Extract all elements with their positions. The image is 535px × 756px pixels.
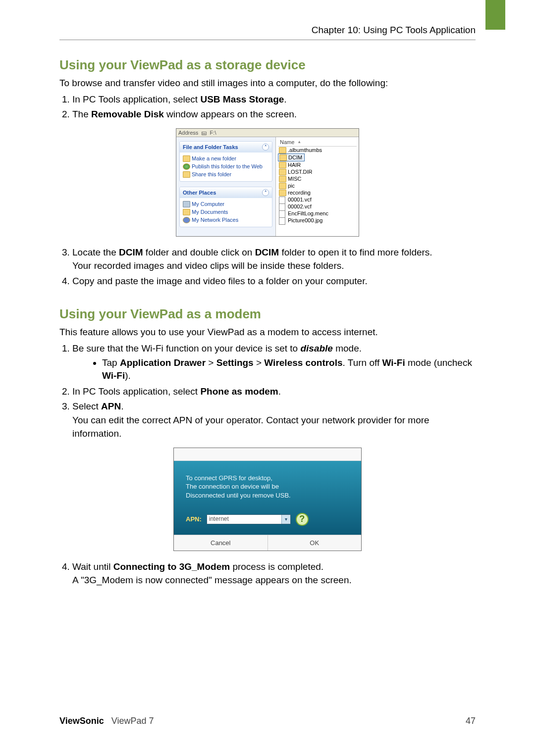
text: Your recorded images and video clips wil…	[72, 260, 344, 271]
address-value: F:\	[210, 130, 216, 136]
folder-item[interactable]: HAIR	[278, 161, 357, 168]
folder-item[interactable]: .albumthumbs	[278, 147, 357, 153]
address-bar[interactable]: Address 🖴 F:\	[176, 129, 359, 137]
text: A "3G_Modem is now connected" message ap…	[72, 575, 352, 585]
apn-value: internet	[207, 515, 281, 523]
page: Chapter 10: Using PC Tools Application U…	[0, 0, 535, 756]
list-item: Tap Application Drawer > Settings > Wire…	[102, 356, 476, 383]
chevron-down-icon[interactable]: ▾	[281, 515, 290, 524]
dialog-text: Disconnected until you remove USB.	[186, 491, 351, 500]
task-item[interactable]: Make a new folder	[183, 154, 269, 162]
apn-row: APN: internet ▾ ?	[186, 513, 351, 526]
bold-text: DCIM	[255, 247, 279, 257]
product-name: ViewPad 7	[111, 716, 154, 726]
folder-item[interactable]: pic	[278, 182, 357, 189]
folder-item[interactable]: recording	[278, 189, 357, 196]
panel-header[interactable]: Other Places ˄	[180, 187, 272, 198]
bold-text: Wi-Fi	[102, 370, 125, 381]
file-item[interactable]: Picture000.jpg	[278, 217, 357, 224]
text: Select	[72, 401, 101, 411]
help-icon[interactable]: ?	[296, 513, 309, 526]
apn-select[interactable]: internet ▾	[207, 514, 291, 524]
text: You can edit the correct APN of your ope…	[72, 415, 429, 439]
text: .	[284, 94, 286, 104]
text: .	[278, 386, 281, 397]
address-label: Address	[178, 130, 198, 136]
drive-icon: 🖴	[200, 130, 208, 136]
list-item: The Removable Disk window appears on the…	[72, 107, 476, 121]
bolditalic-text: disable	[300, 343, 332, 353]
bold-text: Settings	[216, 357, 254, 368]
chevron-up-icon[interactable]: ˄	[262, 144, 269, 151]
folder-item[interactable]: LOST.DIR	[278, 168, 357, 175]
list-item: Wait until Connecting to 3G_Modem proces…	[72, 560, 476, 587]
text: Locate the	[72, 247, 119, 257]
panel-title: File and Folder Tasks	[183, 144, 238, 150]
bold-text: Phone as modem	[200, 386, 278, 397]
bold-text: Removable Disk	[91, 109, 164, 119]
bold-text: USB Mass Storage	[200, 94, 284, 104]
text: mode (uncheck	[405, 357, 472, 368]
explorer-sidebar: File and Folder Tasks ˄ Make a new folde…	[176, 137, 275, 236]
sub-bullets: Tap Application Drawer > Settings > Wire…	[72, 356, 476, 383]
place-item[interactable]: My Computer	[183, 200, 269, 208]
text: folder and double click on	[143, 247, 255, 257]
text: folder to open it to find more folders.	[279, 247, 432, 257]
dialog-body: To connect GPRS for desktop, The connect…	[174, 461, 361, 535]
explorer-window: Address 🖴 F:\ File and Folder Tasks ˄ Ma…	[176, 128, 359, 237]
corner-tab	[485, 0, 505, 30]
list-item: In PC Tools application, select USB Mass…	[72, 93, 476, 106]
panel-header[interactable]: File and Folder Tasks ˄	[180, 142, 272, 152]
file-item[interactable]: 00001.vcf	[278, 196, 357, 203]
folder-item-selected[interactable]: DCIM	[278, 153, 305, 161]
apn-label: APN:	[186, 515, 202, 524]
footer: ViewSonic ViewPad 7 47	[59, 716, 476, 726]
column-header[interactable]: Name ▲	[278, 138, 357, 147]
cancel-button[interactable]: Cancel	[174, 535, 268, 551]
text: window appears on the screen.	[164, 109, 297, 119]
text: In PC Tools application, select	[72, 386, 200, 397]
page-number: 47	[466, 716, 476, 726]
section2-intro: This feature allows you to use your View…	[59, 326, 476, 339]
text: Be sure that the Wi-Fi function on your …	[72, 343, 300, 353]
section1-intro: To browse and transfer video and still i…	[59, 77, 476, 90]
text: Tap	[102, 357, 120, 368]
panel-file-tasks: File and Folder Tasks ˄ Make a new folde…	[179, 141, 272, 182]
section-title-storage: Using your ViewPad as a storage device	[59, 57, 476, 73]
place-item[interactable]: My Documents	[183, 208, 269, 216]
text: . Turn off	[343, 357, 382, 368]
task-item[interactable]: Publish this folder to the Web	[183, 162, 269, 170]
panel-body: My Computer My Documents My Network Plac…	[180, 198, 272, 227]
bold-text: APN	[101, 401, 121, 411]
bold-text: Connecting to 3G_Modem	[113, 561, 230, 572]
bold-text: Application Drawer	[120, 357, 206, 368]
place-item[interactable]: My Network Places	[183, 216, 269, 224]
sort-asc-icon: ▲	[297, 140, 301, 144]
explorer-filelist: Name ▲ .albumthumbs DCIM HAIR LOST.DIR M…	[275, 137, 359, 236]
brand-name: ViewSonic	[59, 716, 104, 726]
dialog-titlebar	[174, 448, 361, 461]
ok-button[interactable]: OK	[268, 535, 362, 551]
apn-dialog: To connect GPRS for desktop, The connect…	[173, 448, 362, 551]
file-item[interactable]: 00002.vcf	[278, 203, 357, 210]
column-name: Name	[280, 139, 294, 145]
list-item: Locate the DCIM folder and double click …	[72, 246, 476, 273]
text: process is completed.	[230, 561, 323, 572]
text: In PC Tools application, select	[72, 94, 200, 104]
file-item[interactable]: EncFiltLog.menc	[278, 210, 357, 217]
panel-title: Other Places	[183, 190, 216, 196]
dialog-text: To connect GPRS for desktop,	[186, 474, 351, 483]
bold-text: DCIM	[119, 247, 143, 257]
panel-other-places: Other Places ˄ My Computer My Documents …	[179, 187, 272, 227]
text: The	[72, 109, 91, 119]
section2-steps: Be sure that the Wi-Fi function on your …	[59, 342, 476, 441]
section1-steps: In PC Tools application, select USB Mass…	[59, 93, 476, 121]
task-item[interactable]: Share this folder	[183, 170, 269, 178]
dialog-buttons: Cancel OK	[174, 535, 361, 551]
section-title-modem: Using your ViewPad as a modem	[59, 306, 476, 322]
list-item: Select APN. You can edit the correct APN…	[72, 400, 476, 441]
chapter-header: Chapter 10: Using PC Tools Application	[59, 25, 476, 40]
chevron-up-icon[interactable]: ˄	[262, 189, 269, 196]
folder-item[interactable]: MISC	[278, 175, 357, 182]
text: .	[121, 401, 123, 411]
